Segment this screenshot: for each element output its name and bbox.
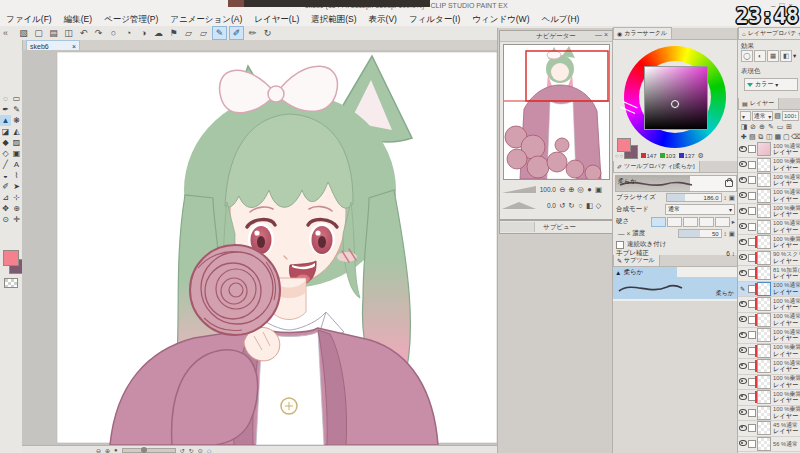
- zoom-tool-icon[interactable]: ⊙: [0, 214, 11, 225]
- chevron-right-icon[interactable]: ▸: [732, 218, 735, 226]
- navigator-rotate-icon[interactable]: ↻: [567, 201, 576, 210]
- navigator-thumbnail[interactable]: [503, 44, 610, 180]
- selection-pen-tool-icon[interactable]: ⊿: [0, 192, 11, 203]
- layer-checkbox[interactable]: [748, 192, 756, 200]
- tab-tool-property[interactable]: ✐ツールプロパティ[柔らか]: [613, 160, 700, 172]
- rotate-left-icon[interactable]: ↺: [180, 447, 185, 453]
- navigator-rotate-icon[interactable]: ○: [576, 201, 585, 210]
- eraser-tool-icon[interactable]: ◪: [0, 126, 11, 137]
- layer-thumbnail[interactable]: [757, 266, 771, 280]
- layer-row[interactable]: 90 %スクリーンレイヤー 16: [738, 251, 800, 267]
- pencil-tool-icon[interactable]: ✎: [11, 104, 22, 115]
- rotate-view-icon[interactable]: ↻: [261, 27, 274, 39]
- layer-blend-dropdown[interactable]: 通常▾: [752, 111, 774, 121]
- operation-tool-icon[interactable]: ➤: [11, 181, 22, 192]
- effect-icon[interactable]: ◯: [741, 50, 753, 62]
- zoom-reset-icon[interactable]: ●: [114, 447, 118, 453]
- visibility-eye-icon[interactable]: [738, 254, 747, 261]
- visibility-eye-icon[interactable]: [738, 440, 747, 447]
- layer-action-icon[interactable]: ✚: [740, 133, 748, 141]
- eyedropper-tool-icon[interactable]: ✐: [0, 181, 11, 192]
- layer-row[interactable]: 100 %乗算レイヤー 17: [738, 235, 800, 251]
- layer-checkbox[interactable]: [748, 424, 756, 432]
- density-pressure-icon[interactable]: ▣: [729, 230, 735, 238]
- minimize-row-icon[interactable]: —: [618, 230, 625, 237]
- reselect-icon[interactable]: ◔: [122, 27, 135, 39]
- layer-row[interactable]: 100 %通常レイヤー 18: [738, 142, 800, 158]
- brush-size-slider[interactable]: 186.0: [666, 193, 722, 202]
- layer-row[interactable]: 100 %通常レイヤー 20: [738, 173, 800, 189]
- gradient-tool-icon[interactable]: ▨: [11, 137, 22, 148]
- layer-thumbnail[interactable]: [757, 406, 771, 420]
- subview-panel-header[interactable]: サブビュー: [499, 220, 614, 234]
- navigator-minimize-icon[interactable]: —: [595, 31, 604, 38]
- layer-row[interactable]: ✎100 %通常レイヤー 32: [738, 282, 800, 298]
- layer-row[interactable]: 100 %通常レイヤー 34: [738, 328, 800, 344]
- layer-action-icon[interactable]: ⌫: [791, 133, 799, 141]
- navigate-tool-icon[interactable]: ⊕: [11, 203, 22, 214]
- layer-thumbnail[interactable]: [757, 297, 771, 311]
- layer-thumbnail[interactable]: [757, 173, 771, 187]
- layer-checkbox[interactable]: [748, 409, 756, 417]
- layer-thumbnail[interactable]: [757, 437, 771, 451]
- layer-thumbnail[interactable]: [757, 235, 771, 249]
- layer-checkbox[interactable]: [748, 440, 756, 448]
- effect-icon[interactable]: ▦: [767, 50, 779, 62]
- layer-thumbnail[interactable]: [757, 282, 771, 296]
- pressure-settings-icon[interactable]: ▣: [729, 194, 735, 202]
- layer-ctl-icon[interactable]: ⊘: [749, 123, 757, 131]
- menu-item[interactable]: アニメーション(A): [164, 14, 248, 26]
- layer-thumbnail[interactable]: [757, 359, 771, 373]
- visibility-eye-icon[interactable]: [738, 425, 747, 432]
- visibility-eye-icon[interactable]: [738, 394, 747, 401]
- layer-row[interactable]: 100 %乗算レイヤー 19: [738, 158, 800, 174]
- visibility-eye-icon[interactable]: [738, 177, 747, 184]
- layer-action-icon[interactable]: ▦: [774, 133, 782, 141]
- color-mode-buttons[interactable]: ○○○○: [615, 153, 634, 159]
- visibility-eye-icon[interactable]: [738, 223, 747, 230]
- layer-row[interactable]: 100 %通常レイヤー 33: [738, 359, 800, 375]
- layer-thumbnail[interactable]: [757, 390, 771, 404]
- invert-selection-icon[interactable]: ◑: [137, 27, 150, 39]
- redo-icon[interactable]: ↷: [92, 27, 105, 39]
- rotate-right-icon[interactable]: ↻: [189, 447, 194, 453]
- density-spinner-icon[interactable]: ↕: [724, 230, 727, 237]
- density-slider[interactable]: 50: [678, 229, 722, 238]
- layer-thumbnail[interactable]: [757, 142, 771, 156]
- layer-ctl-icon[interactable]: ▭: [776, 123, 784, 131]
- object-tool-icon[interactable]: ⊹: [11, 192, 22, 203]
- subview-grip[interactable]: [500, 222, 535, 232]
- navigator-rotate-icon[interactable]: ◇: [594, 201, 603, 210]
- flag-icon[interactable]: ⚑: [167, 27, 180, 39]
- navigator-close-icon[interactable]: ×: [604, 31, 610, 38]
- layer-row[interactable]: 100 %通常レイヤー 21: [738, 189, 800, 205]
- grid-a-icon[interactable]: ▱: [182, 27, 195, 39]
- visibility-eye-icon[interactable]: [738, 347, 747, 354]
- visibility-eye-icon[interactable]: [738, 378, 747, 385]
- visibility-eye-icon[interactable]: [738, 192, 747, 199]
- hand-tool-icon[interactable]: ✛: [11, 214, 22, 225]
- effect-icon[interactable]: ◧: [780, 50, 792, 62]
- visibility-eye-icon[interactable]: [738, 208, 747, 215]
- layer-checkbox[interactable]: [748, 331, 756, 339]
- balloon-tool-icon[interactable]: ◒: [0, 170, 11, 181]
- ruler-tool-icon[interactable]: ╱: [0, 159, 11, 170]
- edit-pen-icon[interactable]: ✎: [738, 285, 747, 292]
- navigator-header[interactable]: ナビゲーター —×: [500, 31, 612, 42]
- pen-tool-icon[interactable]: ✒: [0, 104, 11, 115]
- layer-row[interactable]: 100 %乗算レイヤー 28: [738, 390, 800, 406]
- correct-line-tool-icon[interactable]: ⌇: [11, 170, 22, 181]
- layer-checkbox[interactable]: [748, 223, 756, 231]
- blend-tool-icon[interactable]: ◭: [11, 126, 22, 137]
- effect-icon[interactable]: ◐: [754, 50, 766, 62]
- layer-row[interactable]: 100 %乗算レイヤー 25: [738, 406, 800, 422]
- visibility-eye-icon[interactable]: [738, 363, 747, 370]
- menu-item[interactable]: 表示(V): [363, 14, 403, 26]
- marquee-tool-icon[interactable]: ▭: [11, 93, 22, 104]
- navigator-rotate-icon[interactable]: ↺: [558, 201, 567, 210]
- visibility-eye-icon[interactable]: [738, 146, 747, 153]
- menu-item[interactable]: 選択範囲(S): [305, 14, 362, 26]
- layer-action-icon[interactable]: ⧉: [757, 133, 765, 141]
- navigator-rotate-icon[interactable]: ◧: [585, 201, 594, 210]
- layer-thumbnail[interactable]: [757, 313, 771, 327]
